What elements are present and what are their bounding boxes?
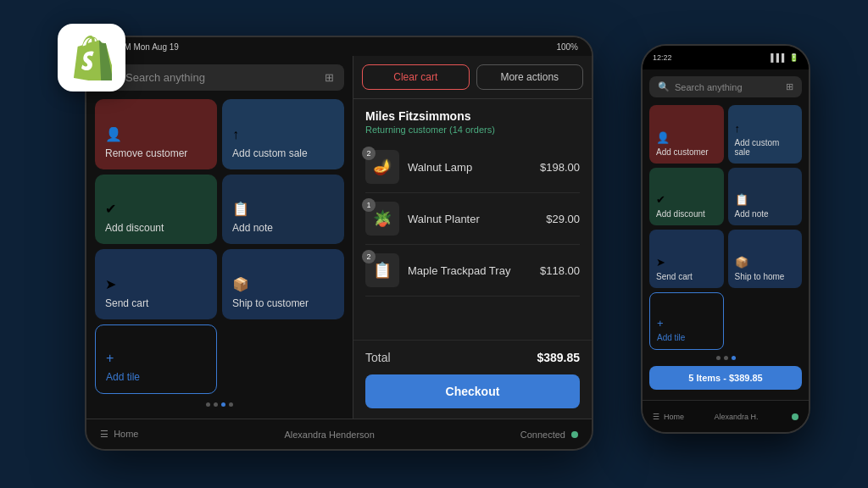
phone-search-bar[interactable]: 🔍 Search anything ⊞ [649,76,802,97]
phone-page-dots [649,354,802,362]
tile-ship-to-customer-label: Ship to customer [232,297,334,309]
cart-total-amount: $389.85 [537,351,580,364]
cart-item-name-walnut-planter: Walnut Planter [408,213,537,225]
tablet-search-bar[interactable]: 🔍 Search anything ⊞ [95,64,344,91]
cart-item-price-maple-trackpad: $118.00 [540,264,580,277]
tile-send-cart[interactable]: ➤ Send cart [95,249,217,319]
phone-dot-3 [732,356,736,360]
tablet-bottom-bar: ☰ Home Alexandra Henderson Connected [86,419,592,449]
shopify-logo [58,24,125,92]
tablet-connected: Connected [520,430,578,440]
hamburger-icon: ☰ [100,429,108,439]
cart-item-name-maple-trackpad: Maple Trackpad Tray [408,264,531,277]
tablet-status-bar: 9:48 AM Mon Aug 19 100% [86,37,592,56]
cart-items: 2 🪔 Walnut Lamp $198.00 1 🪴 Walnut Plant… [353,141,592,340]
tile-ship-to-customer[interactable]: 📦 Ship to customer [222,249,344,319]
tile-add-discount[interactable]: ✔ Add discount [95,175,217,245]
tile-remove-customer-icon: 👤 [105,126,207,142]
tile-add-note-label: Add note [232,222,334,234]
cart-item-maple-trackpad: 2 📋 Maple Trackpad Tray $118.00 [365,245,580,297]
dot-4 [229,402,233,407]
phone-home-nav[interactable]: ☰ Home [653,413,684,421]
phone-tile-add-note-label: Add note [735,209,796,219]
tile-add-custom-sale[interactable]: ↑ Add custom sale [222,99,344,169]
item-badge: 1 [362,198,376,212]
cart-item-img-maple-trackpad: 2 📋 [365,253,399,287]
phone-tile-add-note-icon: 📋 [735,193,796,206]
phone-tile-ship-to-home[interactable]: 📦 Ship to home [728,230,803,288]
more-actions-button[interactable]: More actions [476,64,584,90]
cart-item-price-walnut-lamp: $198.00 [540,161,580,174]
cart-total: Total $389.85 [353,340,592,374]
phone-checkout-bar[interactable]: 5 Items - $389.85 [649,366,802,390]
cart-item-walnut-planter: 1 🪴 Walnut Planter $29.00 [365,193,580,245]
phone-user-name: Alexandra H. [715,413,759,421]
phone: 12:22 ▌▌▌ 🔋 🔍 Search anything ⊞ 👤 Add cu… [641,44,810,434]
tablet-search-text: Search anything [125,71,205,84]
cart-item-price-walnut-planter: $29.00 [546,213,580,225]
phone-tile-add-customer[interactable]: 👤 Add customer [649,105,724,164]
phone-tile-add-note[interactable]: 📋 Add note [728,168,803,226]
tablet-page-dots [95,399,344,410]
phone-tile-send-cart[interactable]: ➤ Send cart [649,230,724,288]
checkout-button[interactable]: Checkout [365,374,580,408]
phone-status-bar: 12:22 ▌▌▌ 🔋 [643,46,809,69]
phone-hamburger-icon: ☰ [653,413,659,421]
phone-tile-add-discount[interactable]: ✔ Add discount [649,168,724,226]
phone-scan-icon[interactable]: ⊞ [786,81,793,92]
item-badge: 2 [362,250,376,263]
phone-tile-ship-to-home-icon: 📦 [735,256,796,269]
tablet-user-name: Alexandra Henderson [284,430,374,440]
phone-search-icon: 🔍 [658,81,670,92]
phone-tile-add-custom-sale[interactable]: ↑ Add custom sale [728,105,803,164]
tile-add-discount-label: Add discount [105,222,207,234]
tile-add-discount-icon: ✔ [105,201,207,217]
dot-2 [214,402,218,407]
cart-item-img-walnut-planter: 1 🪴 [365,202,399,236]
clear-cart-button[interactable]: Clear cart [362,64,470,90]
tile-remove-customer-label: Remove customer [105,147,207,159]
phone-time: 12:22 [653,53,672,62]
phone-signal: ▌▌▌ 🔋 [771,53,798,62]
phone-dot-2 [724,356,728,360]
tile-add-tile-icon: + [106,351,206,366]
tile-remove-customer[interactable]: 👤 Remove customer [95,99,217,169]
tile-send-cart-label: Send cart [105,297,207,309]
phone-tile-add-customer-label: Add customer [656,147,717,157]
tile-send-cart-icon: ➤ [105,276,207,292]
phone-search-text: Search anything [675,82,743,92]
tile-add-note-icon: 📋 [232,201,334,217]
tile-add-tile[interactable]: + Add tile [95,324,217,395]
phone-tile-add-tile[interactable]: + Add tile [649,292,724,351]
tile-add-tile-label: Add tile [106,371,206,383]
tablet: 9:48 AM Mon Aug 19 100% 🔍 Search anythin… [85,36,593,451]
tablet-tiles-grid: 👤 Remove customer ↑ Add custom sale ✔ Ad… [95,99,344,394]
phone-tile-send-cart-icon: ➤ [656,256,717,269]
dot-1 [206,402,210,407]
phone-bottom-bar: ☰ Home Alexandra H. [643,400,809,432]
cart-item-walnut-lamp: 2 🪔 Walnut Lamp $198.00 [365,141,580,193]
cart-item-img-walnut-lamp: 2 🪔 [365,150,399,184]
phone-tile-send-cart-label: Send cart [656,272,717,281]
phone-dot-1 [716,356,721,360]
phone-connected-dot [792,413,798,420]
customer-status: Returning customer (14 orders) [365,125,580,135]
dot-3 [221,402,225,407]
tile-ship-to-customer-icon: 📦 [232,276,334,292]
phone-notch [704,46,747,58]
phone-tile-add-customer-icon: 👤 [656,131,717,144]
tablet-right-panel: Clear cart More actions Miles Fitzsimmon… [353,56,592,419]
tablet-battery: 100% [556,42,578,52]
tablet-home-nav[interactable]: ☰ Home [100,429,138,440]
phone-tiles-grid: 👤 Add customer ↑ Add custom sale ✔ Add d… [649,105,802,350]
cart-header: Clear cart More actions [353,56,592,99]
phone-tile-add-discount-icon: ✔ [656,193,717,206]
phone-tile-add-tile-label: Add tile [657,333,716,342]
scan-icon[interactable]: ⊞ [325,71,334,84]
item-badge: 2 [362,147,376,160]
tile-add-note[interactable]: 📋 Add note [222,175,344,245]
cart-item-name-walnut-lamp: Walnut Lamp [408,161,531,174]
phone-tile-ship-to-home-label: Ship to home [735,272,796,281]
phone-content: 🔍 Search anything ⊞ 👤 Add customer ↑ Add… [643,69,809,400]
tile-add-custom-sale-label: Add custom sale [232,147,334,159]
